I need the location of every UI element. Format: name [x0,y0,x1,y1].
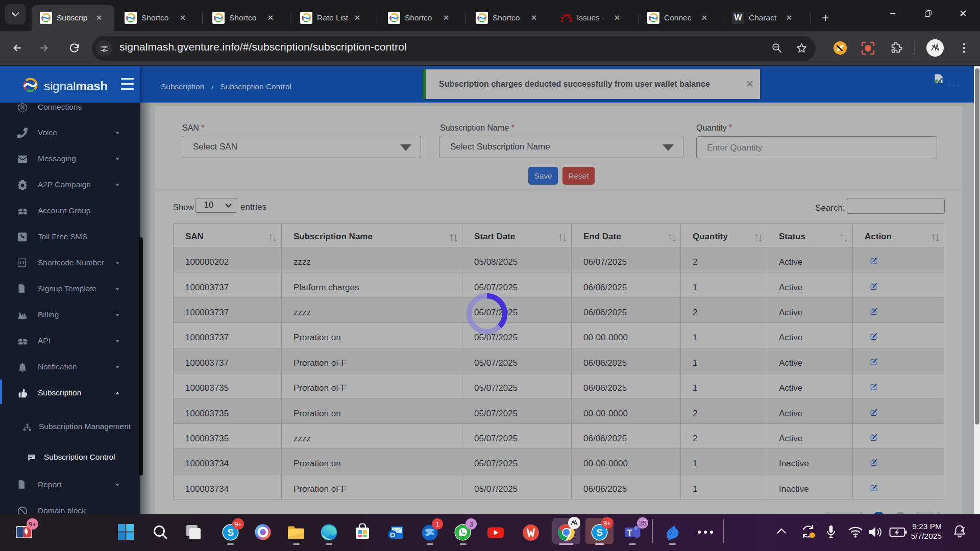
svg-text:S: S [227,527,234,538]
svg-text:O: O [390,531,395,539]
svg-text:T: T [627,528,632,538]
svg-text:S: S [596,527,603,538]
